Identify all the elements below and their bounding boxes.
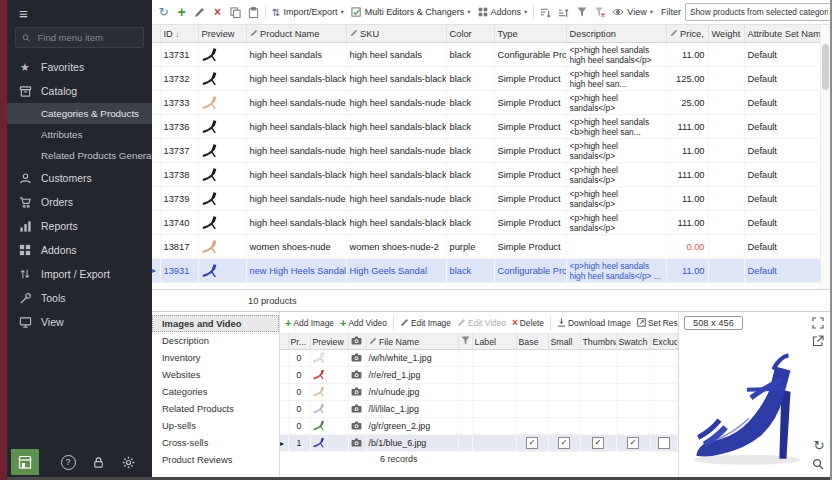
column-header-swatch[interactable]: Swatch	[616, 334, 650, 350]
column-header-sku[interactable]: SKU	[346, 25, 446, 43]
column-header-preview[interactable]: Preview	[198, 25, 246, 43]
image-row[interactable]: 0/l/i/lilac_1.jpg	[280, 401, 678, 418]
tab-inventory[interactable]: Inventory	[152, 349, 279, 366]
shoe-thumbnail	[313, 368, 326, 380]
filter-column-button[interactable]	[573, 3, 590, 21]
image-row[interactable]: 0/r/e/red_1.jpg	[280, 367, 678, 384]
column-header-preview[interactable]: Preview	[310, 334, 348, 350]
column-header-thumbnail[interactable]: Thumbna	[580, 334, 616, 350]
lock-icon[interactable]	[83, 456, 113, 469]
sidebar-item-import-export[interactable]: Import / Export	[7, 262, 152, 286]
product-row[interactable]: 13731high heel sandalshigh heel sandalsb…	[152, 43, 821, 67]
checkbox[interactable]: ✓	[526, 437, 538, 449]
download-image-button[interactable]: Download Image	[555, 317, 633, 329]
delete-image-button[interactable]: ×Delete	[510, 316, 546, 329]
sidebar-search[interactable]	[15, 27, 144, 48]
product-row[interactable]: ▸13931new High Heels SandalsHigh Geels S…	[152, 259, 821, 283]
checkbox[interactable]	[658, 437, 670, 449]
sidebar-item-attributes[interactable]: Attributes	[7, 124, 152, 145]
product-row[interactable]: 13732high heel sandals-blackhigh heel sa…	[152, 67, 821, 91]
add-video-button[interactable]: +Add Video	[338, 316, 389, 330]
column-header-type[interactable]: Type	[494, 25, 566, 43]
column-header-label[interactable]: Label	[472, 334, 516, 350]
sidebar-item-catalog[interactable]: Catalog	[7, 79, 152, 103]
column-header-exclude[interactable]: Exclude	[650, 334, 678, 350]
sidebar-item-tools[interactable]: Tools	[7, 286, 152, 310]
sidebar-item-orders[interactable]: Orders	[7, 190, 152, 214]
column-header-position[interactable]: Pr...	[288, 334, 310, 350]
delete-product-button[interactable]: ×	[209, 3, 226, 21]
image-row[interactable]: 0/w/h/white_1.jpg	[280, 350, 678, 367]
refresh-button[interactable]: ↻	[155, 3, 172, 21]
column-header-camera[interactable]	[348, 334, 366, 350]
open-external-icon[interactable]	[810, 333, 826, 349]
tab-description[interactable]: Description	[152, 332, 279, 349]
product-color-cell: black	[446, 259, 494, 283]
sort-asc-button[interactable]	[555, 3, 572, 21]
edit-product-button[interactable]	[191, 3, 208, 21]
view-menu[interactable]: View ▾	[609, 5, 656, 19]
checkbox[interactable]: ✓	[592, 437, 604, 449]
product-row[interactable]: 13736high heel sandals-black-36high heel…	[152, 115, 821, 139]
sidebar-item-customers[interactable]: Customers	[7, 166, 152, 190]
product-row[interactable]: 13740high heel sandals-black-38high heel…	[152, 211, 821, 235]
column-header-filter[interactable]	[458, 334, 472, 350]
scrollbar-thumb[interactable]	[822, 44, 829, 90]
column-header-weight[interactable]: Weight	[708, 25, 744, 43]
menu-icon[interactable]: ≡	[7, 0, 152, 26]
product-row[interactable]: 13737high heel sandals-nude-36high heel …	[152, 139, 821, 163]
import-export-menu[interactable]: ⇅ Import/Export ▾	[269, 5, 347, 20]
category-filter-select[interactable]: Show products from selected categories ▾	[685, 3, 830, 21]
product-row[interactable]: 13738high heel sandals-black-37high heel…	[152, 163, 821, 187]
image-row[interactable]: ▸1/b/1/blue_6.jpg✓✓✓✓	[280, 435, 678, 452]
addons-menu[interactable]: Addons ▾	[475, 5, 531, 19]
column-header-id[interactable]: ID ↓	[160, 25, 198, 43]
edit-video-button[interactable]: Edit Video	[455, 317, 508, 329]
search-input[interactable]	[35, 31, 137, 44]
clear-filter-button[interactable]	[591, 3, 608, 21]
sidebar-item-addons[interactable]: Addons	[7, 238, 152, 262]
image-row[interactable]: 0/n/u/nude.jpg	[280, 384, 678, 401]
add-product-button[interactable]: +	[173, 3, 190, 21]
checkbox[interactable]: ✓	[558, 437, 570, 449]
set-resize-rule-button[interactable]: Set Resize Rule	[635, 317, 678, 329]
tab-related-products[interactable]: Related Products	[152, 400, 279, 417]
image-row[interactable]: 0/g/r/green_2.jpg	[280, 418, 678, 435]
column-header-base[interactable]: Base	[516, 334, 548, 350]
sidebar-item-favorites[interactable]: ★ Favorites	[7, 55, 152, 79]
product-row[interactable]: 13817women shoes-nudewomen shoes-nude-2p…	[152, 235, 821, 259]
rotate-icon[interactable]: ↻	[811, 437, 827, 453]
column-header-color[interactable]: Color	[446, 25, 494, 43]
tab-images-and-video[interactable]: Images and Video	[152, 315, 279, 332]
settings-gear-icon[interactable]	[113, 456, 143, 469]
add-image-button[interactable]: +Add Image	[283, 316, 336, 330]
column-header-product-name[interactable]: Product Name	[246, 25, 346, 43]
fullscreen-icon[interactable]	[810, 315, 826, 331]
sort-list-button[interactable]	[537, 3, 554, 21]
paste-button[interactable]	[245, 3, 262, 21]
sidebar-item-categories-products[interactable]: Categories & Products	[7, 103, 152, 124]
help-icon[interactable]: ?	[53, 455, 83, 470]
products-scrollbar[interactable]	[820, 25, 830, 289]
column-header-small[interactable]: Small	[548, 334, 580, 350]
multi-editors-menu[interactable]: Multi Editors & Changers ▾	[348, 5, 474, 20]
zoom-icon[interactable]	[810, 456, 826, 472]
tab-up-sells[interactable]: Up-sells	[152, 417, 279, 434]
tab-categories[interactable]: Categories	[152, 383, 279, 400]
sidebar-item-related-products-generator[interactable]: Related Products Generator	[7, 145, 152, 166]
column-header-file-name[interactable]: File Name	[366, 334, 458, 350]
product-row[interactable]: 13733high heel sandals-nudehigh heel san…	[152, 91, 821, 115]
checkbox[interactable]: ✓	[627, 437, 639, 449]
tab-cross-sells[interactable]: Cross-sells	[152, 434, 279, 451]
copy-button[interactable]	[227, 3, 244, 21]
edit-image-button[interactable]: Edit Image	[398, 317, 453, 329]
sidebar-item-reports[interactable]: Reports	[7, 214, 152, 238]
column-header-price[interactable]: Price,	[666, 25, 708, 43]
store-button[interactable]	[11, 449, 39, 475]
tab-websites[interactable]: Websites	[152, 366, 279, 383]
column-header-description[interactable]: Description	[566, 25, 666, 43]
column-header-attribute-set[interactable]: Attribute Set Name	[744, 25, 821, 43]
sidebar-item-view[interactable]: View	[7, 310, 152, 334]
product-row[interactable]: 13739high heel sandals-nude-37high heel …	[152, 187, 821, 211]
tab-product-reviews[interactable]: Product Reviews	[152, 451, 279, 468]
